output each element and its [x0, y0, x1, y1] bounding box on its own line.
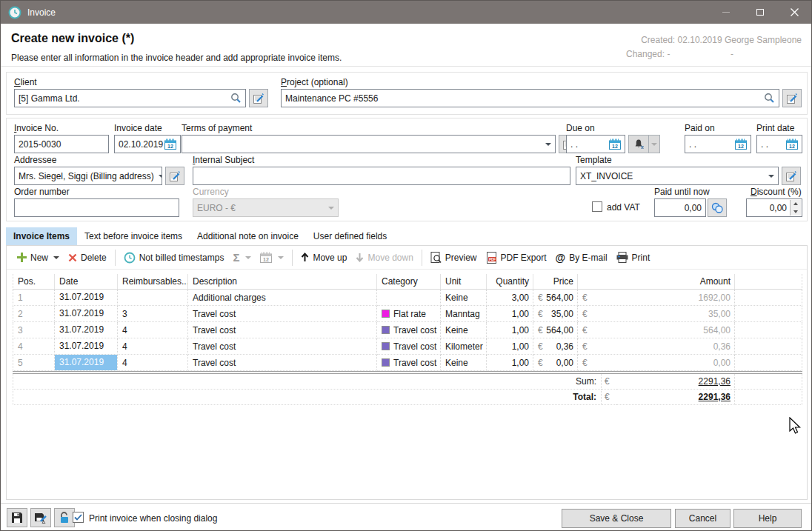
terms-of-payment-combobox[interactable]: [182, 135, 556, 153]
addressee-edit-button[interactable]: [165, 167, 184, 185]
search-icon[interactable]: [230, 93, 242, 104]
new-item-button[interactable]: New: [13, 249, 64, 267]
client-edit-button[interactable]: [249, 89, 268, 107]
reminder-split-button[interactable]: [628, 135, 660, 153]
client-input[interactable]: [5] Gamma Ltd.: [14, 89, 246, 107]
cell-quantity[interactable]: 1,00: [487, 322, 533, 338]
cell-price[interactable]: €35,00: [533, 306, 578, 322]
invoice-date-input[interactable]: 02.10.2019 12: [114, 135, 181, 153]
cell-pos[interactable]: 4: [13, 338, 55, 355]
not-billed-timestamps-button[interactable]: Not billed timestamps: [119, 249, 229, 267]
cell-amount[interactable]: €0,00: [578, 355, 735, 371]
spin-up-icon[interactable]: [791, 200, 801, 208]
cell-reimbursables[interactable]: 4: [118, 355, 188, 371]
cell-description[interactable]: Travel cost: [188, 306, 377, 322]
tab-additional-note[interactable]: Additional note on invoice: [190, 227, 306, 246]
cell-pos[interactable]: 2: [13, 306, 55, 322]
cell-category[interactable]: Travel cost: [377, 355, 441, 371]
by-email-button[interactable]: @ By E-mail: [551, 249, 612, 267]
pdf-export-button[interactable]: PDF PDF Export: [482, 249, 551, 267]
cell-date[interactable]: 31.07.2019: [55, 290, 118, 306]
calendar-icon[interactable]: 12: [786, 138, 798, 150]
project-edit-button[interactable]: [782, 89, 802, 107]
cell-amount[interactable]: €564,00: [578, 322, 735, 338]
cell-price[interactable]: €0,00: [533, 355, 578, 371]
invoice-no-input[interactable]: 2015-0030: [14, 135, 109, 153]
col-category[interactable]: Category: [377, 274, 441, 290]
table-row[interactable]: 5 31.07.2019 4 Travel cost Travel cost K…: [13, 355, 802, 371]
template-combobox[interactable]: XT_INVOICE: [576, 167, 779, 185]
save-draft-button[interactable]: [30, 508, 51, 527]
tab-invoice-items[interactable]: Invoice Items: [6, 227, 77, 246]
print-on-close-checkbox[interactable]: [73, 512, 84, 523]
add-vat-checkbox[interactable]: [592, 201, 602, 212]
col-pos[interactable]: Pos.: [13, 274, 55, 290]
discount-input[interactable]: 0,00: [746, 198, 802, 217]
cell-pos[interactable]: 5: [13, 355, 55, 371]
spin-down-icon[interactable]: [791, 208, 801, 216]
calendar-icon[interactable]: 12: [164, 138, 176, 150]
col-price[interactable]: Price: [533, 274, 578, 290]
cell-unit[interactable]: Manntag: [441, 306, 487, 322]
table-row[interactable]: 1 31.07.2019 Additional charges Keine 3,…: [13, 290, 802, 306]
col-description[interactable]: Description: [188, 274, 377, 290]
cell-reimbursables[interactable]: 4: [118, 338, 188, 355]
cell-pos[interactable]: 3: [13, 322, 55, 338]
cell-unit[interactable]: Kilometer: [441, 338, 487, 355]
preview-button[interactable]: Preview: [426, 249, 482, 267]
project-input[interactable]: Maintenance PC #5556: [281, 89, 779, 107]
search-icon[interactable]: [764, 93, 775, 104]
cell-unit[interactable]: Keine: [441, 322, 487, 338]
col-amount[interactable]: Amount: [578, 274, 735, 290]
col-date[interactable]: Date: [55, 274, 118, 290]
cell-price[interactable]: €564,00: [533, 290, 578, 306]
cell-reimbursables[interactable]: [118, 290, 188, 306]
tab-user-defined-fields[interactable]: User defined fields: [306, 227, 394, 246]
cell-description[interactable]: Travel cost: [188, 355, 377, 371]
cell-price[interactable]: €564,00: [533, 322, 578, 338]
close-button[interactable]: [777, 1, 811, 24]
cell-description[interactable]: Additional charges: [188, 290, 377, 306]
print-button[interactable]: Print: [612, 249, 655, 267]
cancel-button[interactable]: Cancel: [675, 509, 731, 528]
cell-category[interactable]: Travel cost: [377, 338, 441, 355]
cell-category[interactable]: Travel cost: [377, 322, 441, 338]
cell-date[interactable]: 31.07.2019: [55, 338, 118, 355]
maximize-button[interactable]: [743, 1, 777, 24]
cell-date[interactable]: 31.07.2019: [55, 306, 118, 322]
cell-description[interactable]: Travel cost: [188, 322, 377, 338]
discount-spinner[interactable]: [790, 200, 801, 216]
addressee-combobox[interactable]: Mrs. Siegel, Siggi (Billing address): [14, 167, 162, 185]
assign-payments-button[interactable]: [708, 198, 727, 217]
cell-quantity[interactable]: 1,00: [487, 338, 533, 355]
cell-amount[interactable]: €1692,00: [578, 290, 735, 306]
table-row[interactable]: 3 31.07.2019 4 Travel cost Travel cost K…: [13, 322, 802, 338]
col-reimbursables[interactable]: Reimbursables...: [118, 274, 188, 290]
col-quantity[interactable]: Quantity: [487, 274, 533, 290]
cell-date[interactable]: 31.07.2019: [55, 322, 118, 338]
cell-reimbursables[interactable]: 3: [118, 306, 188, 322]
save-close-button[interactable]: Save & Close: [562, 509, 671, 528]
cell-quantity[interactable]: 1,00: [487, 355, 533, 371]
cell-quantity[interactable]: 3,00: [487, 290, 533, 306]
cell-category[interactable]: [377, 290, 441, 306]
save-button[interactable]: [7, 508, 27, 527]
paid-on-input[interactable]: . . 12: [685, 135, 751, 153]
delete-item-button[interactable]: Delete: [64, 249, 111, 267]
cell-unit[interactable]: Keine: [441, 355, 487, 371]
move-up-button[interactable]: Move up: [296, 249, 351, 267]
cell-date[interactable]: 31.07.2019: [55, 355, 118, 371]
lock-toggle-button[interactable]: [54, 508, 75, 527]
table-row[interactable]: 2 31.07.2019 3 Travel cost Flat rate Man…: [13, 306, 802, 322]
cell-amount[interactable]: €35,00: [578, 306, 735, 322]
internal-subject-input[interactable]: [193, 167, 570, 185]
cell-unit[interactable]: Keine: [441, 290, 487, 306]
calendar-icon[interactable]: 12: [609, 138, 621, 150]
cell-price[interactable]: €0,36: [533, 338, 578, 355]
cell-reimbursables[interactable]: 4: [118, 322, 188, 338]
cell-description[interactable]: Travel cost: [188, 338, 377, 355]
due-on-input[interactable]: . . 12: [566, 135, 625, 153]
print-date-input[interactable]: . . 12: [756, 135, 802, 153]
cell-quantity[interactable]: 1,00: [487, 306, 533, 322]
cell-amount[interactable]: €0,36: [578, 338, 735, 355]
